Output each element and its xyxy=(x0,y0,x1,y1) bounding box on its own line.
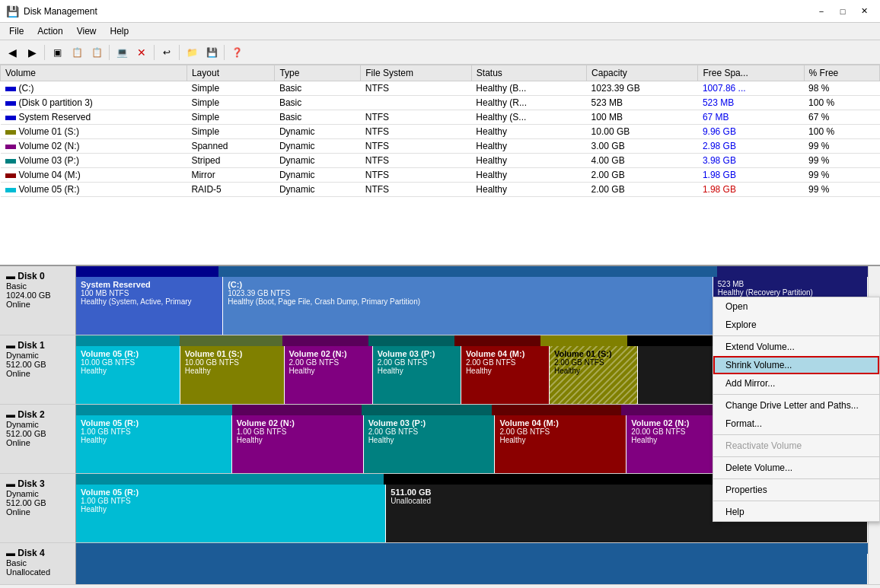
disk-name: ▬ Disk 3 xyxy=(6,478,69,489)
cell-status: Healthy xyxy=(471,168,586,183)
context-menu-item-delete-volume---[interactable]: Delete Volume... xyxy=(713,459,879,477)
context-menu-item-extend-volume---[interactable]: Extend Volume... xyxy=(713,338,879,356)
table-row[interactable]: (C:) Simple Basic NTFS Healthy (B... 102… xyxy=(1,81,880,96)
context-menu-item-add-mirror---[interactable]: Add Mirror... xyxy=(713,374,879,393)
table-row[interactable]: Volume 05 (R:) RAID-5 Dynamic NTFS Healt… xyxy=(1,183,880,197)
table-header-row: Volume Layout Type File System Status Ca… xyxy=(1,65,880,81)
cell-volume: Volume 01 (S:) xyxy=(1,125,187,139)
segment-size: 10.00 GB NTFS xyxy=(81,358,175,367)
segment-status: Healthy xyxy=(81,505,381,513)
segment-size: 2.00 GB NTFS xyxy=(289,358,368,367)
table-row[interactable]: Volume 03 (P:) Striped Dynamic NTFS Heal… xyxy=(1,154,880,168)
cell-pctfree: 100 % xyxy=(804,125,879,139)
minimize-button[interactable]: − xyxy=(811,5,831,18)
menu-action[interactable]: Action xyxy=(31,24,69,38)
toolbar-btn-3[interactable]: ▣ xyxy=(48,43,66,62)
context-menu-separator xyxy=(713,434,879,435)
segment-1-4[interactable]: Volume 04 (M:) 2.00 GB NTFS Healthy xyxy=(461,346,550,404)
col-layout: Layout xyxy=(187,65,274,81)
table-row[interactable]: Volume 02 (N:) Spanned Dynamic NTFS Heal… xyxy=(1,139,880,154)
cell-pctfree: 99 % xyxy=(804,168,879,183)
cell-capacity: 2.00 GB xyxy=(587,168,698,183)
cell-pctfree: 99 % xyxy=(804,183,879,197)
disk-row-4: ▬ Disk 4 Basic Unallocated xyxy=(0,543,868,584)
segment-name: Volume 03 (P:) xyxy=(368,418,490,427)
disk-size: 512.00 GB xyxy=(6,498,69,507)
toolbar-btn-6[interactable]: 💻 xyxy=(113,43,131,62)
cell-pctfree: 67 % xyxy=(804,110,879,125)
toolbar-separator-3 xyxy=(154,45,155,60)
context-menu-item-properties[interactable]: Properties xyxy=(713,481,879,499)
context-menu-item-shrink-volume---[interactable]: Shrink Volume... xyxy=(713,356,879,374)
table-row[interactable]: (Disk 0 partition 3) Simple Basic Health… xyxy=(1,96,880,110)
segment-3-0[interactable]: Volume 05 (R:) 1.00 GB NTFS Healthy xyxy=(76,485,386,542)
cell-filesystem: NTFS xyxy=(361,110,472,125)
segment-4-0[interactable] xyxy=(76,554,868,584)
disk-name: ▬ Disk 1 xyxy=(6,340,69,351)
toolbar-btn-4[interactable]: 📋 xyxy=(68,43,86,62)
cell-layout: Simple xyxy=(187,96,274,110)
table-row[interactable]: Volume 04 (M:) Mirror Dynamic NTFS Healt… xyxy=(1,168,880,183)
title-bar-text: Disk Management xyxy=(24,6,811,17)
toolbar-btn-8[interactable]: ↩ xyxy=(158,43,176,62)
segment-status: Healthy (Recovery Partition) xyxy=(718,288,862,297)
col-capacity: Capacity xyxy=(587,65,698,81)
cell-layout: Spanned xyxy=(187,139,274,154)
table-row[interactable]: System Reserved Simple Basic NTFS Health… xyxy=(1,110,880,125)
cell-pctfree: 100 % xyxy=(804,96,879,110)
context-menu-separator xyxy=(713,456,879,457)
segment-1-3[interactable]: Volume 03 (P:) 2.00 GB NTFS Healthy xyxy=(373,346,461,404)
cell-capacity: 4.00 GB xyxy=(587,154,698,168)
disk-label-3: ▬ Disk 3 Dynamic 512.00 GB Online xyxy=(0,474,76,542)
volume-table-area: Volume Layout Type File System Status Ca… xyxy=(0,65,880,266)
segment-1-5[interactable]: Volume 01 (S:) 2.00 GB NTFS Healthy xyxy=(550,346,638,404)
context-menu-item-explore[interactable]: Explore xyxy=(713,316,879,334)
back-button[interactable]: ◀ xyxy=(3,43,21,62)
context-menu-item-format---[interactable]: Format... xyxy=(713,415,879,433)
maximize-button[interactable]: □ xyxy=(833,5,853,18)
segment-2-3[interactable]: Volume 04 (M:) 2.00 GB NTFS Healthy xyxy=(495,415,627,473)
cell-freespace: 67 MB xyxy=(698,110,804,125)
context-menu-item-open[interactable]: Open xyxy=(713,297,879,316)
segment-1-2[interactable]: Volume 02 (N:) 2.00 GB NTFS Healthy xyxy=(285,346,373,404)
cell-type: Basic xyxy=(275,110,361,125)
segment-size: 1.00 GB NTFS xyxy=(237,427,359,436)
segment-1-1[interactable]: Volume 01 (S:) 10.00 GB NTFS Healthy xyxy=(180,346,285,404)
context-menu-separator xyxy=(713,394,879,395)
toolbar-btn-9[interactable]: 📁 xyxy=(183,43,201,62)
segment-0-0[interactable]: System Reserved 100 MB NTFS Healthy (Sys… xyxy=(76,277,223,335)
forward-button[interactable]: ▶ xyxy=(23,43,41,62)
context-menu-separator xyxy=(713,478,879,479)
toolbar-btn-10[interactable]: 💾 xyxy=(202,43,221,62)
segment-name: (C:) xyxy=(228,280,708,289)
cell-capacity: 523 MB xyxy=(587,96,698,110)
segment-size: 2.00 GB NTFS xyxy=(378,358,456,367)
toolbar-help-button[interactable]: ❓ xyxy=(228,43,246,62)
segment-1-0[interactable]: Volume 05 (R:) 10.00 GB NTFS Healthy xyxy=(76,346,180,404)
menu-help[interactable]: Help xyxy=(104,24,136,38)
context-menu-item-change-drive-letter-and-paths---[interactable]: Change Drive Letter and Paths... xyxy=(713,396,879,415)
segment-2-0[interactable]: Volume 05 (R:) 1.00 GB NTFS Healthy xyxy=(76,415,232,473)
table-row[interactable]: Volume 01 (S:) Simple Dynamic NTFS Healt… xyxy=(1,125,880,139)
context-menu-item-help[interactable]: Help xyxy=(713,503,879,521)
menu-file[interactable]: File xyxy=(3,24,30,38)
cell-type: Dynamic xyxy=(275,183,361,197)
disk-type: Dynamic xyxy=(6,351,69,360)
cell-layout: Simple xyxy=(187,81,274,96)
segment-2-1[interactable]: Volume 02 (N:) 1.00 GB NTFS Healthy xyxy=(232,415,364,473)
segment-name: Volume 01 (S:) xyxy=(554,349,633,358)
col-pctfree: % Free xyxy=(804,65,879,81)
segment-0-1[interactable]: (C:) 1023.39 GB NTFS Healthy (Boot, Page… xyxy=(223,277,713,335)
menu-view[interactable]: View xyxy=(71,24,103,38)
toolbar-btn-5[interactable]: 📋 xyxy=(88,43,106,62)
segment-name: Volume 05 (R:) xyxy=(81,418,227,427)
title-bar: 💾 Disk Management − □ ✕ xyxy=(0,0,880,23)
segment-status: Healthy (Boot, Page File, Crash Dump, Pr… xyxy=(228,297,708,306)
toolbar-btn-7[interactable]: ✕ xyxy=(132,43,151,62)
close-button[interactable]: ✕ xyxy=(854,5,874,18)
disk-label-0: ▬ Disk 0 Basic 1024.00 GB Online xyxy=(0,266,76,335)
segment-size: 523 MB xyxy=(718,280,862,288)
segment-2-2[interactable]: Volume 03 (P:) 2.00 GB NTFS Healthy xyxy=(364,415,496,473)
disk-status: Online xyxy=(6,507,69,516)
cell-volume: Volume 05 (R:) xyxy=(1,183,187,197)
